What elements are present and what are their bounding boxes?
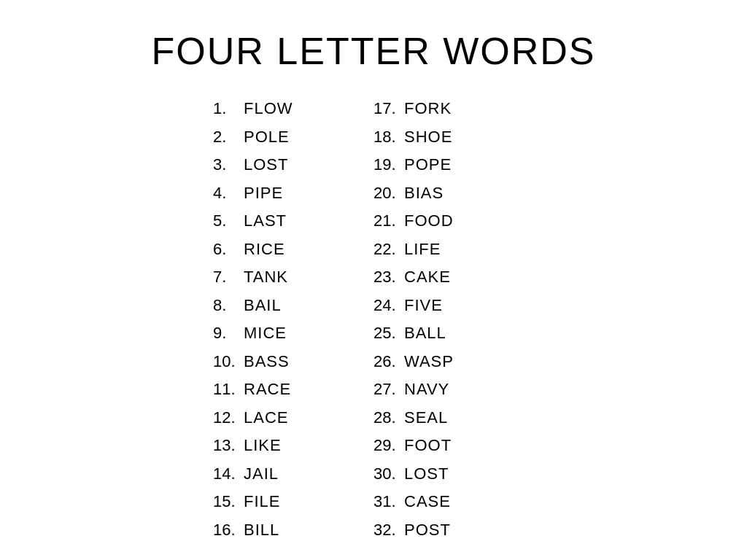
item-word: NAVY [404,376,449,404]
list-item: 11.RACE [213,376,374,404]
list-item: 24.FIVE [374,292,534,320]
item-number: 12. [213,404,244,432]
item-number: 26. [374,348,404,376]
list-item: 13.LIKE [213,432,374,460]
item-number: 18. [374,123,404,152]
item-word: FLOW [244,95,293,123]
item-word: BILL [244,516,279,545]
word-column-1: 1.FLOW2.POLE3.LOST4.PIPE5.LAST6.RICE7.TA… [213,95,374,544]
list-item: 9.MICE [213,319,374,348]
list-item: 23.CAKE [374,263,534,292]
list-item: 21.FOOD [374,207,534,236]
list-item: 19.POPE [374,151,534,179]
list-item: 4.PIPE [213,179,374,208]
list-item: 26.WASP [374,348,534,376]
item-number: 15. [213,488,244,516]
item-word: RACE [244,376,291,404]
item-number: 32. [374,516,404,545]
item-word: BASS [244,348,290,376]
item-number: 11. [213,376,244,404]
list-item: 22.LIFE [374,236,534,264]
list-item: 20.BIAS [374,179,534,208]
item-word: CASE [404,488,451,516]
item-word: LIFE [404,236,441,264]
list-item: 17.FORK [374,95,534,123]
list-item: 7.TANK [213,263,374,292]
item-number: 23. [374,263,404,292]
list-item: 8.BAIL [213,292,374,320]
item-word: FORK [404,95,452,123]
item-word: BALL [404,319,446,348]
list-item: 31.CASE [374,488,534,516]
item-word: LIKE [244,432,282,460]
item-word: FIVE [404,292,443,320]
item-number: 27. [374,376,404,404]
item-word: POLE [244,123,290,152]
item-word: WASP [404,348,454,376]
list-item: 32.POST [374,516,534,545]
item-number: 8. [213,292,244,320]
list-item: 6.RICE [213,236,374,264]
item-word: BIAS [404,179,444,208]
item-number: 13. [213,432,244,460]
list-item: 28.SEAL [374,404,534,432]
list-item: 18.SHOE [374,123,534,152]
item-number: 3. [213,151,244,179]
list-item: 12.LACE [213,404,374,432]
item-number: 24. [374,292,404,320]
item-word: JAIL [244,460,279,489]
item-number: 19. [374,151,404,179]
item-word: FOOT [404,432,452,460]
item-number: 20. [374,179,404,208]
item-word: MICE [244,319,287,348]
item-number: 2. [213,123,244,152]
list-item: 10.BASS [213,348,374,376]
item-word: PIPE [244,179,283,208]
item-word: LOST [404,460,449,489]
word-column-2: 17.FORK18.SHOE19.POPE20.BIAS21.FOOD22.LI… [374,95,534,544]
item-number: 25. [374,319,404,348]
item-word: LAST [244,207,287,236]
item-word: FILE [244,488,280,516]
item-word: POST [404,516,451,545]
page-title: FOUR LETTER WORDS [152,29,596,73]
list-item: 30.LOST [374,460,534,489]
item-word: SEAL [404,404,448,432]
item-number: 22. [374,236,404,264]
item-number: 29. [374,432,404,460]
item-number: 6. [213,236,244,264]
item-number: 30. [374,460,404,489]
item-word: BAIL [244,292,282,320]
list-item: 15.FILE [213,488,374,516]
item-number: 16. [213,516,244,545]
list-item: 14.JAIL [213,460,374,489]
item-word: TANK [244,263,288,292]
item-number: 14. [213,460,244,489]
item-number: 31. [374,488,404,516]
item-number: 9. [213,319,244,348]
item-number: 28. [374,404,404,432]
list-item: 3.LOST [213,151,374,179]
word-list-container: 1.FLOW2.POLE3.LOST4.PIPE5.LAST6.RICE7.TA… [0,95,747,544]
list-item: 2.POLE [213,123,374,152]
item-word: SHOE [404,123,452,152]
item-number: 7. [213,263,244,292]
item-number: 5. [213,207,244,236]
item-number: 17. [374,95,404,123]
item-number: 1. [213,95,244,123]
item-word: POPE [404,151,452,179]
list-item: 27.NAVY [374,376,534,404]
list-item: 16.BILL [213,516,374,545]
item-word: FOOD [404,207,454,236]
item-word: RICE [244,236,285,264]
item-number: 10. [213,348,244,376]
item-word: CAKE [404,263,451,292]
list-item: 25.BALL [374,319,534,348]
list-item: 1.FLOW [213,95,374,123]
item-number: 21. [374,207,404,236]
item-number: 4. [213,179,244,208]
list-item: 29.FOOT [374,432,534,460]
item-word: LACE [244,404,288,432]
item-word: LOST [244,151,288,179]
list-item: 5.LAST [213,207,374,236]
